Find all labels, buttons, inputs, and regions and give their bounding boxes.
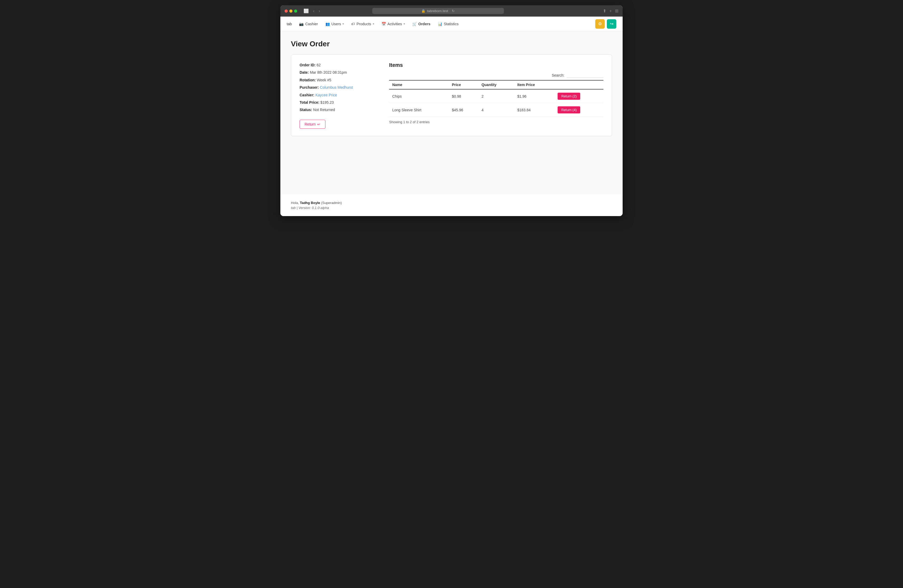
nav-item-cashier[interactable]: 📷 Cashier: [296, 20, 321, 28]
search-input[interactable]: [566, 72, 603, 78]
order-rotation-label: Rotation:: [300, 78, 316, 82]
row2-item-price: $183.84: [514, 103, 554, 117]
row1-name: Chips: [389, 89, 448, 103]
nav-label-statistics: Statistics: [444, 22, 459, 26]
col-action: [554, 80, 603, 89]
order-id-label: Order ID:: [300, 63, 316, 67]
order-rotation-row: Rotation: Week #5: [300, 77, 373, 83]
activities-icon: 📅: [381, 22, 386, 26]
lock-icon: 🔒: [421, 9, 425, 13]
browser-actions: ⬆ + ⊞: [603, 8, 618, 13]
items-title: Items: [389, 62, 603, 68]
nav-label-orders: Orders: [418, 22, 430, 26]
purchaser-link[interactable]: Columbus Medhurst: [320, 85, 353, 90]
users-chevron-icon: ▾: [343, 22, 344, 25]
table-footer: Showing 1 to 2 of 2 entries: [389, 120, 603, 124]
url-text: tabreborn.test: [427, 9, 448, 13]
order-purchaser-row: Purchaser: Columbus Medhurst: [300, 85, 373, 90]
items-section: Items Search: Name Price Quantity: [389, 62, 603, 129]
nav-label-products: Products: [357, 22, 371, 26]
order-total-value: $195.23: [320, 100, 334, 104]
orders-icon: 🛒: [412, 22, 417, 26]
order-cashier-label: Cashier:: [300, 93, 314, 97]
order-rotation-value: Week #5: [317, 78, 331, 82]
order-status-row: Status: Not Returned: [300, 107, 373, 113]
order-card: Order ID: 62 Date: Mar 8th 2022 08:31pm …: [291, 55, 612, 136]
cashier-link[interactable]: Kaycee Price: [315, 93, 337, 97]
order-date-value: Mar 8th 2022 08:31pm: [310, 70, 347, 74]
order-cashier-row: Cashier: Kaycee Price: [300, 92, 373, 98]
traffic-lights: [285, 9, 297, 13]
activities-chevron-icon: ▾: [404, 22, 405, 25]
footer-version: tab | Version: 0.1.0-alpha: [291, 206, 612, 210]
order-total-row: Total Price: $195.23: [300, 99, 373, 105]
page-title: View Order: [291, 40, 612, 48]
settings-button[interactable]: ⚙: [595, 19, 605, 29]
nav-actions: ⚙ ↪: [595, 19, 616, 29]
search-row: Search:: [389, 72, 603, 78]
nav-label-users: Users: [332, 22, 341, 26]
row1-quantity: 2: [478, 89, 514, 103]
row2-quantity: 4: [478, 103, 514, 117]
greeting-prefix: Hola,: [291, 201, 300, 205]
nav-item-products[interactable]: 🏷 Products ▾: [348, 20, 377, 28]
return-item-2-button[interactable]: Return (4): [558, 106, 580, 113]
sidebar-toggle-button[interactable]: ⬜: [302, 8, 310, 14]
browser-controls: ⬜ ‹ ›: [302, 8, 321, 14]
nav-label-activities: Activities: [387, 22, 402, 26]
forward-button[interactable]: ›: [318, 8, 321, 14]
search-label: Search:: [552, 73, 565, 77]
nav-items: 📷 Cashier 👥 Users ▾ 🏷 Products ▾ 📅: [296, 20, 595, 28]
table-header: Name Price Quantity Item Price: [389, 80, 603, 89]
footer-greeting: Hola, Tadhg Boyle (Superadmin): [291, 201, 612, 205]
nav-brand: tab: [287, 22, 292, 26]
order-layout: Order ID: 62 Date: Mar 8th 2022 08:31pm …: [300, 62, 603, 129]
nav-item-users[interactable]: 👥 Users ▾: [322, 20, 347, 28]
row2-name: Long Sleeve Shirt: [389, 103, 448, 117]
reload-icon[interactable]: ↻: [452, 9, 455, 13]
address-bar[interactable]: 🔒 tabreborn.test ↻: [372, 8, 504, 14]
logout-button[interactable]: ↪: [607, 19, 616, 29]
return-icon: ↩: [317, 122, 320, 126]
maximize-button[interactable]: [294, 9, 297, 13]
logout-icon: ↪: [610, 21, 614, 26]
table-body: Chips $0.98 2 $1.96 Return (2) Long: [389, 89, 603, 117]
gear-icon: ⚙: [598, 21, 602, 26]
users-icon: 👥: [326, 22, 330, 26]
col-quantity: Quantity: [478, 80, 514, 89]
footer-username: Tadhg Boyle: [300, 201, 320, 205]
row1-price: $0.98: [448, 89, 478, 103]
order-status-label: Status:: [300, 108, 312, 112]
footer-role: (Superadmin): [321, 201, 342, 205]
new-tab-button[interactable]: +: [609, 8, 612, 13]
back-button[interactable]: ‹: [312, 8, 315, 14]
order-id-row: Order ID: 62: [300, 62, 373, 68]
products-chevron-icon: ▾: [373, 22, 374, 25]
row2-price: $45.96: [448, 103, 478, 117]
nav-label-cashier: Cashier: [305, 22, 318, 26]
cashier-icon: 📷: [299, 22, 304, 26]
nav-item-statistics[interactable]: 📊 Statistics: [435, 20, 462, 28]
return-button[interactable]: Return ↩: [300, 120, 326, 129]
return-button-label: Return: [305, 122, 316, 126]
items-table: Name Price Quantity Item Price Chips: [389, 80, 603, 117]
nav-item-orders[interactable]: 🛒 Orders: [409, 20, 434, 28]
nav-item-activities[interactable]: 📅 Activities ▾: [378, 20, 408, 28]
tabs-button[interactable]: ⊞: [615, 8, 618, 13]
col-price: Price: [448, 80, 478, 89]
browser-titlebar: ⬜ ‹ › 🔒 tabreborn.test ↻ ⬆ + ⊞: [280, 5, 623, 17]
minimize-button[interactable]: [289, 9, 293, 13]
close-button[interactable]: [285, 9, 288, 13]
table-row: Chips $0.98 2 $1.96 Return (2): [389, 89, 603, 103]
order-date-label: Date:: [300, 70, 309, 74]
statistics-icon: 📊: [438, 22, 442, 26]
share-button[interactable]: ⬆: [603, 8, 606, 13]
row1-action: Return (2): [554, 89, 603, 103]
return-item-1-button[interactable]: Return (2): [558, 93, 580, 100]
col-name: Name: [389, 80, 448, 89]
order-purchaser-label: Purchaser:: [300, 85, 319, 90]
table-row: Long Sleeve Shirt $45.96 4 $183.84 Retur…: [389, 103, 603, 117]
products-icon: 🏷: [351, 22, 355, 26]
col-item-price: Item Price: [514, 80, 554, 89]
order-total-label: Total Price:: [300, 100, 319, 104]
